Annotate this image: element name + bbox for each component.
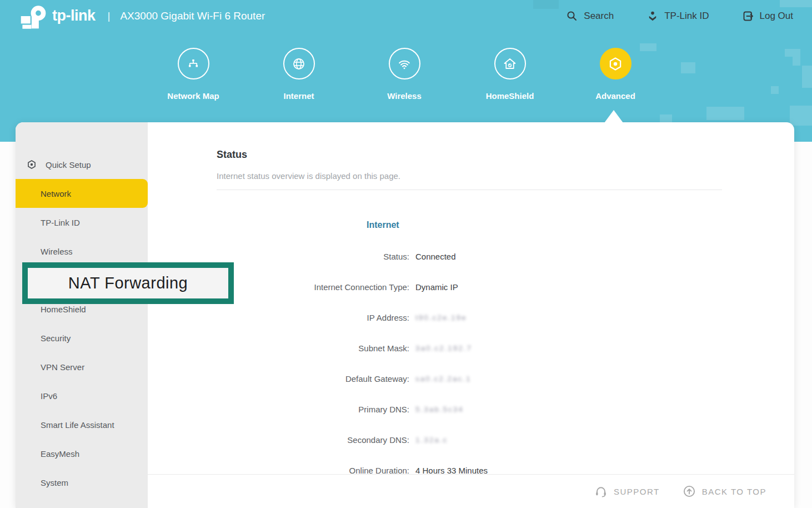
row-status: Status: Connected [148,241,794,272]
deco-square [771,86,779,94]
back-to-top-label: BACK TO TOP [702,487,766,496]
row-label: Default Gateway: [148,374,409,384]
blue-header: tp-link | AX3000 Gigabit Wi-Fi 6 Router … [0,0,812,142]
search-label: Search [584,11,614,22]
active-tab-pointer [604,110,623,123]
page-description: Internet status overview is displayed on… [217,171,400,181]
row-value-redacted: 1.32a.c [415,436,448,444]
home-shield-icon [494,48,526,79]
row-primary-dns: Primary DNS: 5.3ab.5c34 [148,394,794,425]
row-value: Connected [415,252,456,261]
row-value-redacted: t90.c2e.19e [415,313,467,322]
back-to-top-button[interactable]: BACK TO TOP [682,484,766,499]
nav-label: Internet [283,91,314,101]
row-default-gateway: Default Gateway: sa0.c2.2ac.1 [148,363,794,394]
arrow-up-circle-icon [682,484,696,499]
logout-button[interactable]: Log Out [741,9,794,23]
row-value-redacted: sa0.c2.2ac.1 [415,375,472,383]
deco-square [793,57,800,66]
nav-advanced[interactable]: Advanced [563,48,668,101]
sidebar-item-smart-life-assistant[interactable]: Smart Life Assistant [16,410,148,439]
tp-link-logo-icon [10,2,48,30]
sidebar-item-label: HomeShield [41,305,86,314]
router-admin-page: tp-link | AX3000 Gigabit Wi-Fi 6 Router … [0,0,812,508]
nav-network-map[interactable]: Network Map [141,48,246,101]
globe-icon [283,48,315,79]
main-content: Status Internet status overview is displ… [148,122,794,508]
sidebar-item-wireless[interactable]: Wireless [16,237,148,266]
tplink-id-label: TP-Link ID [664,11,709,22]
annotation-label: NAT Forwarding [68,274,188,292]
wifi-icon [389,48,420,79]
divider [217,190,722,190]
support-button[interactable]: SUPPORT [594,484,660,499]
row-label: Status: [148,252,409,261]
logout-label: Log Out [760,11,794,22]
brand-name: tp-link [52,7,96,24]
sidebar-item-vpn-server[interactable]: VPN Server [16,352,148,381]
annotation-highlight-nat-forwarding[interactable]: NAT Forwarding [22,262,234,304]
row-label: Subnet Mask: [148,343,409,353]
sidebar-item-label: Smart Life Assistant [41,420,114,430]
nav-homeshield[interactable]: HomeShield [457,48,563,101]
row-value-redacted: 3a0.c2.192.7 [415,344,472,352]
deco-square [660,114,672,122]
topbar: tp-link | AX3000 Gigabit Wi-Fi 6 Router … [0,0,812,32]
support-label: SUPPORT [614,487,660,496]
nav-internet[interactable]: Internet [246,48,352,101]
row-label: Primary DNS: [148,405,409,414]
nav-label: HomeShield [486,91,534,101]
nav-label: Advanced [595,91,635,101]
sidebar-item-quick-setup[interactable]: Quick Setup [16,150,148,179]
main-nav: Network Map Internet [141,48,668,101]
sidebar-item-ipv6[interactable]: IPv6 [16,381,148,410]
sidebar-item-security[interactable]: Security [16,323,148,352]
sidebar-item-label: EasyMesh [41,449,79,459]
row-ip-address: IP Address: t90.c2e.19e [148,302,794,333]
internet-section-title: Internet [367,220,399,230]
sidebar-item-label: Security [41,333,71,343]
sidebar-item-label: TP-Link ID [41,218,80,227]
nav-wireless[interactable]: Wireless [352,48,457,101]
nav-label: Wireless [387,91,422,101]
sidebar-item-easymesh[interactable]: EasyMesh [16,439,148,468]
row-connection-type: Internet Connection Type: Dynamic IP [148,272,794,302]
deco-square [790,106,812,126]
row-value: Dynamic IP [415,282,458,292]
topbar-controls: Search TP-Link ID Log Out [565,9,802,23]
row-label: Secondary DNS: [148,435,409,445]
sidebar-item-label: System [41,478,68,487]
sidebar-item-tplink-id[interactable]: TP-Link ID [16,208,148,237]
person-icon [646,9,659,23]
sidebar: Quick Setup Network TP-Link ID Wireless … [16,122,148,508]
gear-icon [26,158,38,171]
content-footer: SUPPORT BACK TO TOP [148,474,794,508]
router-model-title: AX3000 Gigabit Wi-Fi 6 Router [120,10,265,22]
sidebar-item-label: IPv6 [41,391,57,401]
status-rows: Status: Connected Internet Connection Ty… [148,241,794,486]
nav-label: Network Map [167,91,219,101]
row-secondary-dns: Secondary DNS: 1.32a.c [148,425,794,455]
sidebar-item-label: VPN Server [41,362,84,372]
row-subnet-mask: Subnet Mask: 3a0.c2.192.7 [148,333,794,363]
sidebar-item-label: Quick Setup [46,160,91,170]
logout-icon [741,9,755,23]
sidebar-item-label: Wireless [41,247,73,256]
deco-square [802,66,812,88]
gear-icon [600,48,631,79]
row-value-redacted: 5.3ab.5c34 [415,405,464,414]
headset-icon [594,484,608,499]
search-icon [565,9,579,23]
sidebar-item-system[interactable]: System [16,468,148,497]
brand: tp-link | AX3000 Gigabit Wi-Fi 6 Router [10,2,265,30]
deco-square [681,62,695,73]
deco-square [706,107,744,120]
page-title: Status [217,149,247,161]
tplink-id-button[interactable]: TP-Link ID [646,9,709,23]
deco-square [785,49,800,57]
network-map-icon [178,48,209,79]
sidebar-item-network[interactable]: Network [16,179,148,208]
brand-separator: | [108,10,111,22]
content-panel: Quick Setup Network TP-Link ID Wireless … [16,122,794,508]
search-button[interactable]: Search [565,9,614,23]
